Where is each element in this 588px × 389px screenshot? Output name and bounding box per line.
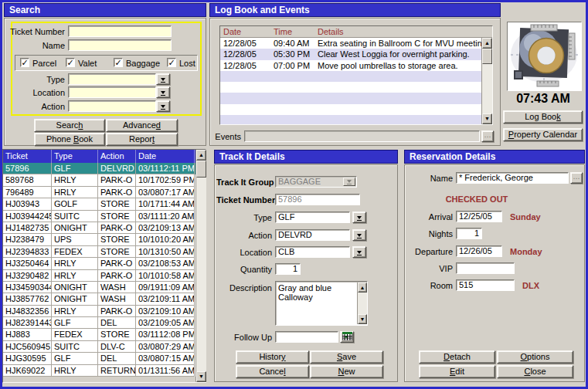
edit-button[interactable]: Edit (419, 365, 495, 378)
ticket-row[interactable]: HJ1482735 ONIGHT PARK-O 03/2109:13 AM (3, 222, 195, 234)
action-select[interactable] (68, 100, 156, 112)
calendar-icon (342, 332, 352, 340)
ticket-row[interactable]: HJ039442456 SUITC STORE 03/1111:20 AM (3, 211, 195, 222)
trackit-location-select[interactable]: CLB (275, 246, 350, 258)
baggage-checkbox[interactable]: ✓ (114, 58, 123, 67)
scroll-down-button[interactable]: ▼ (196, 371, 206, 382)
trackit-action-dropdown-button[interactable] (352, 229, 366, 241)
logbook-table-header: Date Time Details (220, 26, 492, 38)
advanced-button[interactable]: Advanced (106, 119, 178, 132)
ticket-row[interactable]: HJ03943 GOLF STORE 10/1711:44 AM (3, 198, 195, 210)
room-field[interactable]: 515 (456, 279, 515, 291)
ticket-row[interactable]: HJ3250464 HRLY PARK-O 03/2108:53 AM (3, 258, 195, 269)
arrival-field[interactable]: 12/25/05 (456, 211, 502, 222)
scroll-thumb[interactable] (196, 161, 206, 178)
ticket-row[interactable]: HJ2394833 FEDEX STORE 10/1310:50 AM (3, 246, 195, 258)
events-field[interactable] (244, 130, 480, 142)
trackit-description-label: Description (216, 283, 272, 293)
close-button[interactable]: Close (497, 365, 573, 378)
type-select[interactable] (68, 73, 156, 85)
brand-logo (507, 22, 582, 91)
ticket-row[interactable]: HJG30595 GLF DEL 03/0807:15 AM (3, 353, 195, 364)
col-log-details[interactable]: Details (314, 26, 492, 37)
nights-field[interactable]: 1 (456, 228, 482, 239)
trackit-group-dropdown-button[interactable] (343, 178, 355, 186)
log-book-button[interactable]: Log Book (503, 110, 583, 123)
description-scrollbar[interactable]: ▲ ▼ (357, 282, 367, 324)
lost-checkbox[interactable]: ✓ (167, 58, 176, 67)
scroll-down-button[interactable]: ▼ (358, 314, 367, 324)
ticket-row[interactable]: HJ4832356 HRLY PARK-O 03/2109:10 AM (3, 306, 195, 317)
cancel-button[interactable]: Cancel (236, 365, 309, 378)
ticket-row[interactable]: HJK69022 HRLY RETURNED 01/1311:56 AM (3, 365, 195, 377)
reservation-name-lookup-button[interactable]: ... (570, 172, 583, 184)
trackit-quantity-field[interactable]: 1 (275, 263, 301, 275)
trackit-location-dropdown-button[interactable] (352, 246, 366, 258)
col-log-date[interactable]: Date (220, 26, 270, 37)
trackit-description-textarea[interactable]: Gray and blue Calloway ▲ ▼ (275, 281, 368, 326)
logbook-row[interactable]: 12/28/05 07:00 PM Move pool umbrellas to… (220, 60, 481, 71)
ticket-row[interactable]: 57896 GLF DELVRD 03/1112:11 PM (3, 163, 195, 174)
ticket-row[interactable]: HJC560945 SUITC DLV-C 03/0807:29 AM (3, 341, 195, 353)
dropdown-arrow-icon (160, 78, 166, 83)
reservation-name-field[interactable]: * Frederick, George (456, 172, 569, 184)
parcel-checkbox[interactable]: ✓ (20, 58, 29, 67)
trackit-type-dropdown-button[interactable] (352, 211, 366, 223)
logbook-row[interactable]: 12/28/05 09:40 AM Extra seating in Ballr… (220, 38, 481, 49)
reservation-name-label: Name (406, 174, 453, 183)
col-ticket[interactable]: Ticket (3, 150, 52, 163)
name-input[interactable] (68, 39, 172, 51)
logbook-scrollbar[interactable]: ▲ ▼ (481, 38, 492, 124)
trackit-ticket-number-label: Ticket Number (216, 195, 272, 205)
location-dropdown-button[interactable] (156, 86, 170, 98)
scroll-thumb[interactable] (482, 49, 492, 64)
scroll-up-button[interactable]: ▲ (358, 282, 367, 293)
followup-calendar-button[interactable] (340, 331, 354, 343)
phone-book-button[interactable]: Phone Book (34, 133, 105, 146)
ticket-row[interactable]: HJ82391443 GLF DEL 03/2109:05 AM (3, 317, 195, 329)
category-checkbox-group: ✓ Parcel ✓ Valet ✓ Baggage ✓ Lost (15, 55, 198, 71)
report-button[interactable]: Report (106, 133, 178, 146)
trackit-action-select[interactable]: DELVRD (275, 229, 350, 241)
room-label: Room (406, 281, 453, 290)
ticket-row[interactable]: 796489 HRLY PARK-O 03/0807:17 AM (3, 187, 195, 198)
app-window: Search Ticket Number Name ✓ Parcel ✓ Val… (0, 0, 588, 389)
action-dropdown-button[interactable] (156, 100, 170, 112)
ticket-number-input[interactable] (68, 25, 172, 37)
type-dropdown-button[interactable] (156, 73, 170, 85)
events-more-button[interactable]: ... (481, 130, 494, 142)
scroll-down-button[interactable]: ▼ (482, 113, 492, 124)
ticket-row[interactable]: HJ883 FEDEX STORE 03/1112:08 PM (3, 329, 195, 340)
location-select[interactable] (68, 86, 156, 98)
valet-checkbox[interactable]: ✓ (66, 58, 75, 67)
reservation-panel-title: Reservation Details (404, 150, 585, 164)
ticket-row[interactable]: HJ34590344 ONIGHT WASH 09/1911:09 AM (3, 282, 195, 293)
col-date[interactable]: Date (136, 150, 195, 163)
ticket-table-scrollbar[interactable]: ▲ ▼ (195, 150, 206, 382)
scroll-up-button[interactable]: ▲ (196, 150, 206, 161)
vip-field[interactable] (456, 262, 515, 274)
logbook-row[interactable]: 12/28/05 05:30 PM Clear West Loggia for … (220, 49, 481, 59)
ticket-row[interactable]: HJ3290482 HRLY PARK-O 10/1010:58 AM (3, 270, 195, 282)
trackit-ticket-number-field[interactable]: 57896 (275, 194, 360, 205)
current-time: 07:43 AM (502, 92, 584, 106)
col-log-time[interactable]: Time (270, 26, 314, 37)
scroll-up-button[interactable]: ▲ (482, 38, 492, 49)
trackit-followup-field[interactable] (275, 331, 338, 343)
history-button[interactable]: History (236, 350, 309, 364)
ticket-row[interactable]: HJ238479 UPS STORE 10/1010:20 AM (3, 234, 195, 245)
options-button[interactable]: Options (497, 350, 573, 364)
detach-button[interactable]: Detach (419, 350, 495, 364)
search-button[interactable]: Search (34, 119, 105, 132)
col-action[interactable]: Action (98, 150, 136, 163)
room-type: DLX (522, 281, 539, 290)
ticket-row[interactable]: HJ3857762 ONIGHT WASH 03/2109:11 AM (3, 293, 195, 305)
new-button[interactable]: New (310, 365, 383, 378)
property-calendar-button[interactable]: Property Calendar (503, 128, 583, 141)
ticket-row[interactable]: 589768 HRLY PARK-O 10/1702:59 PM (3, 174, 195, 186)
col-type[interactable]: Type (52, 150, 98, 163)
trackit-type-select[interactable]: GLF (275, 211, 350, 223)
departure-field[interactable]: 12/26/05 (456, 245, 502, 257)
save-button[interactable]: Save (310, 350, 383, 364)
dropdown-arrow-icon (356, 234, 362, 238)
